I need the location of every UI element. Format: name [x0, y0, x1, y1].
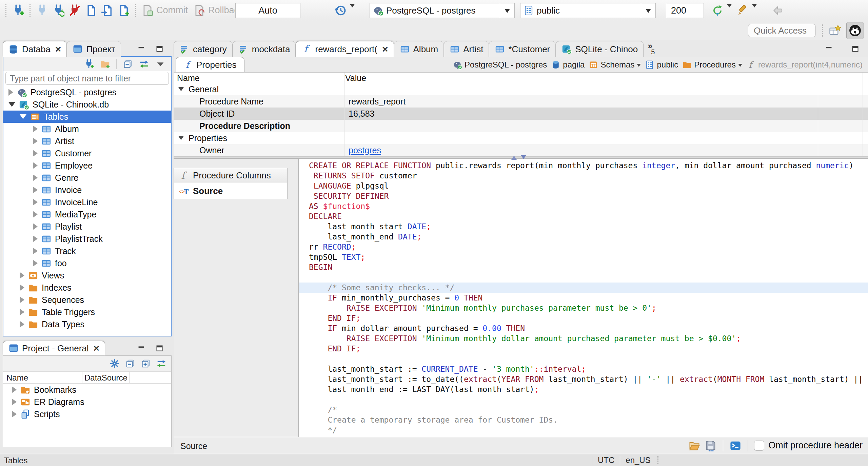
expand-arrow-icon[interactable]: [33, 235, 38, 242]
close-tab-icon[interactable]: ×: [55, 46, 61, 53]
tree-item-invoice[interactable]: Invoice: [3, 184, 171, 196]
new-sql-editor-button[interactable]: [115, 2, 132, 19]
tree-item-sequences[interactable]: Sequences: [3, 294, 171, 306]
tree-item-artist[interactable]: Artist: [3, 135, 171, 147]
refresh-button[interactable]: [709, 2, 726, 19]
data-perspective-button[interactable]: [827, 23, 843, 39]
tree-item-postgresql-postgres[interactable]: PostgreSQL - postgres: [3, 86, 171, 98]
close-tab-icon[interactable]: ×: [382, 46, 388, 53]
column-datasource-header[interactable]: DataSource: [84, 373, 127, 383]
schema-dropdown-button[interactable]: [641, 3, 655, 18]
link-with-editor-icon[interactable]: [156, 358, 166, 369]
collapse-all-icon[interactable]: [125, 358, 135, 369]
sql-editor-button[interactable]: [83, 2, 99, 19]
save-to-file-icon[interactable]: [705, 440, 717, 452]
editor-tab-album[interactable]: Album: [394, 41, 444, 57]
grid-row-general[interactable]: General: [174, 83, 868, 95]
grid-row-procedure-name[interactable]: Procedure Namerewards_report: [174, 95, 868, 108]
omit-procedure-header-checkbox[interactable]: [754, 441, 764, 451]
expand-arrow-icon[interactable]: [33, 174, 38, 181]
tree-item-indexes[interactable]: Indexes: [3, 281, 171, 294]
expand-arrow-icon[interactable]: [33, 150, 38, 157]
transaction-log-button[interactable]: [332, 2, 349, 19]
expand-arrow-icon[interactable]: [20, 284, 24, 291]
expand-arrow-icon[interactable]: [33, 162, 38, 169]
active-schema-select[interactable]: public: [520, 3, 656, 18]
disconnect-button[interactable]: [66, 2, 83, 19]
view-menu-icon[interactable]: [155, 59, 165, 69]
collapse-arrow-icon[interactable]: [178, 87, 184, 91]
splitter-down-icon[interactable]: [521, 155, 526, 162]
reconnect-button[interactable]: [50, 2, 66, 19]
link-with-editor-icon[interactable]: [139, 59, 149, 69]
settings-gear-icon[interactable]: [110, 358, 120, 369]
editor-tab-rewards-report[interactable]: frewards_report(×: [296, 41, 394, 57]
back-button[interactable]: [770, 2, 787, 19]
splitter-collapse-control[interactable]: [511, 153, 526, 162]
maximize-panel-button[interactable]: [155, 344, 165, 354]
expand-arrow-icon[interactable]: [8, 89, 13, 96]
commit-mode-select[interactable]: Auto: [235, 3, 300, 18]
tree-item-tables[interactable]: Tables: [3, 111, 171, 123]
tree-item-track[interactable]: Track: [3, 245, 171, 257]
close-tab-icon[interactable]: ×: [94, 345, 100, 352]
tab-project-general[interactable]: Project - General ×: [3, 341, 105, 355]
expand-arrow-icon[interactable]: [33, 248, 38, 254]
project-item-scripts[interactable]: Scripts: [3, 408, 171, 420]
editor-tab-artist[interactable]: Artist: [444, 41, 489, 57]
tree-item-employee[interactable]: Employee: [3, 159, 171, 172]
editor-tab-mockdata[interactable]: mockdata: [233, 41, 296, 57]
breadcrumb-rewards-report-int4-numeric[interactable]: frewards_report(int4,numeric): [746, 60, 863, 70]
expand-arrow-icon[interactable]: [20, 309, 24, 315]
dbeaver-perspective-button[interactable]: [846, 22, 864, 39]
expand-arrow-icon[interactable]: [33, 125, 38, 132]
grid-value-owner[interactable]: postgres: [349, 145, 381, 155]
status-timezone[interactable]: UTC: [598, 455, 614, 465]
expand-arrow-icon[interactable]: [12, 386, 17, 393]
breadcrumb-dropdown-icon[interactable]: [738, 64, 742, 69]
splitter-up-icon[interactable]: [511, 153, 517, 160]
breadcrumb-dropdown-icon[interactable]: [637, 64, 641, 69]
load-from-file-icon[interactable]: [688, 440, 701, 452]
editor-tab-category[interactable]: category: [174, 41, 233, 57]
collapse-arrow-icon[interactable]: [8, 102, 15, 107]
project-item-bookmarks[interactable]: Bookmarks: [3, 384, 171, 396]
tree-item-genre[interactable]: Genre: [3, 172, 171, 184]
breadcrumb-pagila[interactable]: pagila: [551, 60, 585, 70]
refresh-dropdown-icon[interactable]: [727, 4, 732, 10]
tree-item-playlisttrack[interactable]: PlaylistTrack: [3, 233, 171, 245]
expand-arrow-icon[interactable]: [33, 199, 38, 206]
editor-tab-customer[interactable]: *Customer: [489, 41, 556, 57]
grid-col-name[interactable]: Name: [177, 73, 200, 83]
expand-arrow-icon[interactable]: [33, 223, 38, 230]
open-sql-script-button[interactable]: [99, 2, 115, 19]
maximize-panel-button[interactable]: [155, 44, 165, 54]
tree-item-data-types[interactable]: Data Types: [3, 318, 171, 330]
tree-item-foo[interactable]: foo: [3, 257, 171, 269]
tab-project[interactable]: Проект: [67, 41, 121, 57]
object-filter-box[interactable]: [5, 72, 169, 85]
subtab-source[interactable]: <>TSource: [174, 183, 288, 199]
breadcrumb-schemas[interactable]: Schemas: [589, 60, 641, 70]
grid-row-properties[interactable]: Properties: [174, 132, 868, 144]
expand-arrow-icon[interactable]: [20, 321, 24, 328]
edit-button[interactable]: [734, 2, 751, 19]
expand-arrow-icon[interactable]: [20, 272, 24, 279]
expand-arrow-icon[interactable]: [20, 296, 24, 303]
new-folder-icon[interactable]: [100, 59, 110, 69]
expand-arrow-icon[interactable]: [12, 399, 17, 405]
subtab-procedure-columns[interactable]: fProcedure Columns: [174, 168, 288, 183]
tree-item-playlist[interactable]: Playlist: [3, 220, 171, 233]
project-item-er-diagrams[interactable]: ER Diagrams: [3, 396, 171, 408]
open-console-icon[interactable]: [729, 440, 742, 452]
expand-arrow-icon[interactable]: [33, 138, 38, 144]
tree-item-invoiceline[interactable]: InvoiceLine: [3, 196, 171, 208]
tab-properties[interactable]: f Properties: [176, 57, 244, 72]
tree-item-customer[interactable]: Customer: [3, 147, 171, 159]
source-code-editor[interactable]: CREATE OR REPLACE FUNCTION public.reward…: [298, 159, 868, 437]
transaction-log-dropdown-icon[interactable]: [350, 4, 355, 10]
tree-item-album[interactable]: Album: [3, 123, 171, 135]
fetch-size-input[interactable]: 200: [666, 3, 704, 18]
minimize-panel-button[interactable]: [136, 344, 146, 354]
editor-tab-sqlite-chinoo[interactable]: SQLite - Chinoo: [556, 41, 644, 57]
